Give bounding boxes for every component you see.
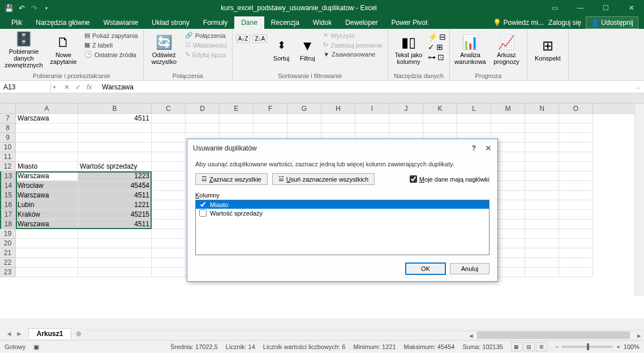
col-header[interactable]: N bbox=[525, 104, 559, 113]
cell[interactable] bbox=[78, 258, 152, 268]
forecast-button[interactable]: 📈Arkusz prognozy bbox=[490, 30, 523, 70]
cancel-formula-icon[interactable]: ✕ bbox=[64, 83, 70, 91]
cell[interactable] bbox=[152, 143, 186, 152]
cell[interactable] bbox=[559, 162, 593, 171]
cell[interactable] bbox=[152, 258, 186, 268]
cell[interactable] bbox=[16, 143, 78, 152]
cell[interactable] bbox=[78, 229, 152, 239]
recent-sources-button[interactable]: 🕑Ostatnie źródła bbox=[83, 50, 140, 59]
cell[interactable] bbox=[559, 210, 593, 219]
data-model-icon[interactable]: ⊡ bbox=[437, 53, 444, 62]
tab-uklad[interactable]: Układ strony bbox=[145, 16, 196, 29]
cell[interactable] bbox=[559, 258, 593, 268]
new-query-button[interactable]: 🗋Nowe zapytanie bbox=[46, 30, 80, 70]
sort-button[interactable]: ⬍Sortuj bbox=[269, 30, 293, 70]
cell[interactable] bbox=[254, 114, 287, 123]
row-header[interactable]: 9 bbox=[0, 133, 16, 143]
ok-button[interactable]: OK bbox=[406, 263, 445, 274]
advanced-button[interactable]: ▼Zaawansowane bbox=[321, 50, 384, 58]
page-break-icon[interactable]: ⊞ bbox=[536, 342, 547, 351]
col-header[interactable]: A bbox=[16, 104, 78, 113]
cell[interactable] bbox=[559, 239, 593, 248]
cell[interactable] bbox=[525, 219, 559, 229]
help-icon[interactable]: ? bbox=[472, 144, 476, 152]
cell[interactable] bbox=[491, 123, 525, 133]
cell[interactable] bbox=[287, 114, 321, 123]
cell[interactable] bbox=[16, 239, 78, 248]
cell[interactable] bbox=[559, 123, 593, 133]
col-header[interactable]: C bbox=[152, 104, 186, 113]
cell[interactable] bbox=[220, 123, 254, 133]
cell[interactable] bbox=[152, 133, 186, 143]
cell[interactable] bbox=[152, 268, 186, 277]
cell[interactable] bbox=[525, 143, 559, 152]
cell[interactable] bbox=[152, 210, 186, 219]
scroll-right-icon[interactable]: ► bbox=[634, 333, 644, 339]
cell[interactable] bbox=[321, 114, 355, 123]
refresh-all-button[interactable]: 🔄Odśwież wszystko bbox=[147, 30, 181, 70]
cell[interactable] bbox=[525, 229, 559, 239]
sheet-next-icon[interactable]: ► bbox=[16, 330, 23, 338]
cell[interactable] bbox=[78, 239, 152, 248]
cell[interactable]: 45215 bbox=[78, 210, 152, 219]
cell[interactable] bbox=[152, 181, 186, 191]
cell[interactable] bbox=[559, 143, 593, 152]
scroll-left-icon[interactable]: ◄ bbox=[466, 333, 476, 339]
col-header[interactable]: O bbox=[559, 104, 593, 113]
cell[interactable] bbox=[16, 229, 78, 239]
cell[interactable]: 1223 bbox=[78, 171, 152, 181]
cell[interactable]: Kraków bbox=[16, 210, 78, 219]
cell[interactable] bbox=[78, 248, 152, 258]
col-header[interactable]: F bbox=[254, 104, 287, 113]
name-box[interactable]: A13 bbox=[0, 81, 51, 93]
unselect-all-button[interactable]: ☱Usuń zaznaczenie wszystkich bbox=[272, 173, 375, 185]
cell[interactable] bbox=[78, 133, 152, 143]
column-checkbox[interactable] bbox=[199, 209, 207, 217]
row-header[interactable]: 11 bbox=[0, 152, 16, 162]
cell[interactable] bbox=[559, 200, 593, 210]
col-header[interactable]: E bbox=[220, 104, 254, 113]
data-validation-icon[interactable]: ✓ bbox=[428, 42, 435, 51]
cell[interactable] bbox=[525, 200, 559, 210]
cell[interactable] bbox=[389, 114, 423, 123]
cell[interactable] bbox=[16, 123, 78, 133]
row-header[interactable]: 8 bbox=[0, 123, 16, 133]
sheet-tab[interactable]: Arkusz1 bbox=[28, 328, 72, 339]
flash-fill-icon[interactable]: ⚡ bbox=[428, 32, 437, 41]
cell[interactable] bbox=[16, 258, 78, 268]
row-header[interactable]: 16 bbox=[0, 200, 16, 210]
sort-az-icon[interactable]: A↓Z bbox=[236, 35, 251, 43]
close-icon[interactable]: ✕ bbox=[619, 0, 644, 16]
column-checkbox[interactable] bbox=[199, 201, 207, 208]
normal-view-icon[interactable]: ▦ bbox=[511, 342, 522, 351]
tab-narzedzia[interactable]: Narzędzia główne bbox=[29, 16, 96, 29]
formula-input[interactable]: Warszawa bbox=[97, 83, 633, 91]
cell[interactable]: Miasto bbox=[16, 162, 78, 171]
columns-list[interactable]: MiastoWartość sprzedaży bbox=[195, 200, 490, 255]
cell[interactable] bbox=[525, 133, 559, 143]
cell[interactable]: 4511 bbox=[78, 219, 152, 229]
cell[interactable] bbox=[152, 171, 186, 181]
col-header[interactable]: B bbox=[78, 104, 152, 113]
connections-button[interactable]: 🔗Połączenia bbox=[183, 31, 229, 40]
cell[interactable] bbox=[525, 152, 559, 162]
login-link[interactable]: Zaloguj się bbox=[548, 19, 581, 27]
cell[interactable] bbox=[423, 123, 457, 133]
cell[interactable] bbox=[152, 123, 186, 133]
show-queries-button[interactable]: ▤Pokaż zapytania bbox=[83, 31, 140, 40]
cell[interactable] bbox=[559, 248, 593, 258]
cell[interactable] bbox=[287, 123, 321, 133]
consolidate-icon[interactable]: ⊞ bbox=[436, 42, 443, 51]
outline-button[interactable]: ⊞Konspekt bbox=[531, 30, 565, 70]
cell[interactable]: 4511 bbox=[78, 114, 152, 123]
row-header[interactable]: 19 bbox=[0, 229, 16, 239]
row-header[interactable]: 22 bbox=[0, 258, 16, 268]
cell[interactable]: Warszawa bbox=[16, 114, 78, 123]
dialog-close-icon[interactable]: ✕ bbox=[485, 144, 492, 153]
cell[interactable] bbox=[152, 248, 186, 258]
row-header[interactable]: 21 bbox=[0, 248, 16, 258]
relationships-icon[interactable]: ⊶ bbox=[428, 53, 436, 62]
cell[interactable] bbox=[525, 114, 559, 123]
vertical-scrollbar[interactable] bbox=[634, 104, 644, 296]
cell[interactable] bbox=[321, 123, 355, 133]
